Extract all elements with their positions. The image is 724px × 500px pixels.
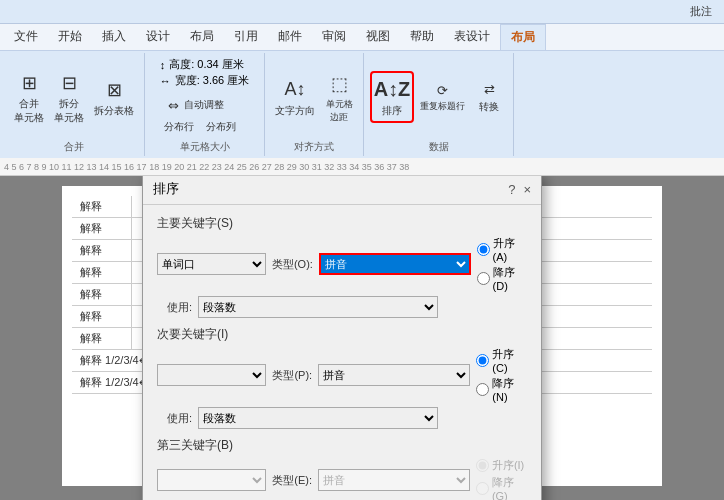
tertiary-descending-label: 降序(G) [492,475,527,500]
tab-layout[interactable]: 布局 [500,24,546,50]
table-cell: 解释 [72,262,132,283]
tab-home[interactable]: 开始 [48,24,92,50]
data-group-label: 数据 [429,138,449,154]
tertiary-type-select[interactable]: 拼音 [318,469,470,491]
table-cell: 解释 [72,306,132,327]
primary-type-label: 类型(O): [272,257,313,272]
tab-review[interactable]: 审阅 [312,24,356,50]
primary-order-group: 升序(A) 降序(D) [477,236,527,292]
secondary-use-select[interactable]: 段落数 [198,407,438,429]
tertiary-type-label: 类型(E): [272,473,312,488]
primary-keyword-section: 主要关键字(S) 单词口 类型(O): 拼音 升序(A) [157,215,527,318]
primary-ascending-radio[interactable] [477,243,490,256]
merge-group-label: 合并 [64,138,84,154]
secondary-keyword-label: 次要关键字(I) [157,326,527,343]
table-cell: 解释 [72,196,132,217]
secondary-keyword-section: 次要关键字(I) 类型(P): 拼音 升序(C) [157,326,527,429]
tertiary-descending-item: 降序(G) [476,475,527,500]
sort-dialog: 排序 ? × 主要关键字(S) 单词口 类型(O): [142,176,542,500]
split-table-button[interactable]: ⊠ 拆分表格 [90,74,138,120]
comments-button[interactable]: 批注 [682,2,720,21]
tab-layout-page[interactable]: 布局 [180,24,224,50]
text-direction-button[interactable]: A↕ 文字方向 [271,74,319,120]
ribbon-top-bar: 批注 [0,0,724,24]
tertiary-keyword-label: 第三关键字(B) [157,437,527,454]
table-cell: 解释 [72,284,132,305]
primary-type-select[interactable]: 拼音 [319,253,471,275]
primary-use-select[interactable]: 段落数 [198,296,438,318]
primary-descending-radio[interactable] [477,272,490,285]
convert-button[interactable]: ⇄ 转换 [471,78,507,116]
primary-keyword-row: 单词口 类型(O): 拼音 升序(A) [157,236,527,292]
cell-margins-icon: ⬚ [325,70,353,98]
ribbon-group-data: A↕Z 排序 ⟳ 重复标题行 ⇄ 转换 数据 [364,53,514,156]
table-cell: 解释 [72,218,132,239]
dialog-help-button[interactable]: ? [508,182,515,197]
tab-table-design[interactable]: 表设计 [444,24,500,50]
primary-keyword-select[interactable]: 单词口 [157,253,266,275]
secondary-ascending-radio[interactable] [476,354,489,367]
ribbon-tab-bar: 文件 开始 插入 设计 布局 引用 邮件 审阅 视图 帮助 表设计 布局 [0,24,724,51]
repeat-header-icon: ⟳ [433,80,453,100]
ribbon-content: ⊞ 合并 单元格 ⊟ 拆分 单元格 ⊠ 拆分表格 合并 ↕ 高度: 0.34 厘… [0,51,724,158]
tab-file[interactable]: 文件 [4,24,48,50]
tab-help[interactable]: 帮助 [400,24,444,50]
split-table-icon: ⊠ [100,76,128,104]
tertiary-descending-radio [476,482,489,495]
sort-button[interactable]: A↕Z 排序 [370,71,414,123]
ribbon-group-cell-size: ↕ 高度: 0.34 厘米 ↔ 宽度: 3.66 厘米 ⇔ 自动调整 分布行 分… [145,53,265,156]
secondary-keyword-select[interactable] [157,364,266,386]
convert-icon: ⇄ [479,80,499,100]
sort-label: 排序 [382,104,402,118]
primary-use-label: 使用: [167,300,192,315]
secondary-use-label: 使用: [167,411,192,426]
cell-margins-button[interactable]: ⬚ 单元格 边距 [321,68,357,126]
secondary-type-select[interactable]: 拼音 [318,364,470,386]
tab-view[interactable]: 视图 [356,24,400,50]
secondary-type-label: 类型(P): [272,368,312,383]
repeat-header-button[interactable]: ⟳ 重复标题行 [416,78,469,115]
dialog-close-button[interactable]: × [523,182,531,197]
merge-icon: ⊞ [15,69,43,97]
data-items: A↕Z 排序 ⟳ 重复标题行 ⇄ 转换 [370,55,507,138]
primary-descending-item: 降序(D) [477,265,527,292]
secondary-ascending-item: 升序(C) [476,347,527,374]
tertiary-ascending-radio [476,459,489,472]
secondary-keyword-row: 类型(P): 拼音 升序(C) 降序(N) [157,347,527,403]
width-row: ↔ 宽度: 3.66 厘米 [160,73,250,88]
height-icon: ↕ [160,59,166,71]
cell-size-group-label: 单元格大小 [180,138,230,154]
dialog-title-text: 排序 [153,180,179,198]
primary-ascending-item: 升序(A) [477,236,527,263]
secondary-descending-label: 降序(N) [492,376,527,403]
secondary-order-group: 升序(C) 降序(N) [476,347,527,403]
secondary-descending-radio[interactable] [476,383,489,396]
tab-references[interactable]: 引用 [224,24,268,50]
tertiary-order-group: 升序(I) 降序(G) [476,458,527,500]
width-label: 宽度: 3.66 厘米 [175,73,250,88]
primary-descending-label: 降序(D) [493,265,527,292]
table-cell: 解释 [72,240,132,261]
tab-mail[interactable]: 邮件 [268,24,312,50]
tertiary-keyword-select[interactable] [157,469,266,491]
width-icon: ↔ [160,75,171,87]
tertiary-ascending-item: 升序(I) [476,458,527,473]
ribbon-group-merge: ⊞ 合并 单元格 ⊟ 拆分 单元格 ⊠ 拆分表格 合并 [4,53,145,156]
height-row: ↕ 高度: 0.34 厘米 [160,57,244,72]
ribbon-group-align: A↕ 文字方向 ⬚ 单元格 边距 对齐方式 [265,53,364,156]
table-cell: 解释 [72,328,132,349]
distribute-cols-button[interactable]: 分布列 [202,118,240,136]
sort-icon: A↕Z [378,76,406,104]
tab-design[interactable]: 设计 [136,24,180,50]
merge-cells-button[interactable]: ⊞ 合并 单元格 [10,67,48,127]
distribute-rows-button[interactable]: 分布行 [160,118,198,136]
merge-group-items: ⊞ 合并 单元格 ⊟ 拆分 单元格 ⊠ 拆分表格 [10,55,138,138]
primary-keyword-label: 主要关键字(S) [157,215,527,232]
split-cells-button[interactable]: ⊟ 拆分 单元格 [50,67,88,127]
auto-fit-button[interactable]: ⇔ 自动调整 [160,93,228,117]
distribute-buttons: 分布行 分布列 [160,118,240,136]
document-area: 解释 解释 解释 解释 解释 解释 解释 解释 1/2/3/4↵ [0,176,724,500]
tab-insert[interactable]: 插入 [92,24,136,50]
secondary-use-row: 使用: 段落数 [157,407,527,429]
tertiary-ascending-label: 升序(I) [492,458,524,473]
